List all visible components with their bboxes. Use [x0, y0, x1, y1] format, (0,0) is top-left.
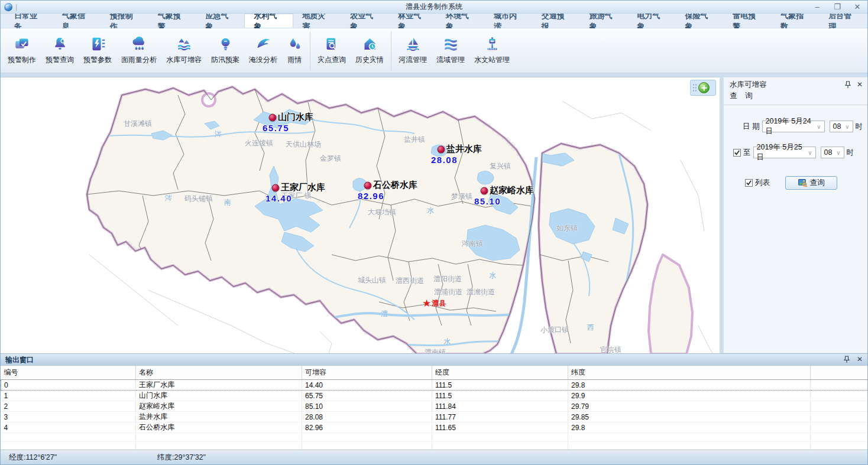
- output-table: 编号名称可增容经度纬度0王家厂水库14.40111.529.81山门水库65.7…: [1, 366, 867, 450]
- table-row[interactable]: 3盐井水库28.08111.7729.85: [1, 412, 868, 422]
- reservoir-dot-icon[interactable]: [364, 182, 372, 190]
- status-latitude: 纬度:29°37'32": [157, 453, 206, 463]
- toolbar-separator: [310, 31, 310, 70]
- toolbar-button-预警制作[interactable]: 预警制作: [3, 34, 41, 67]
- date-from-select[interactable]: 2019年 5月24日∨: [762, 121, 825, 132]
- output-window: 输出窗口 ✕ 编号名称可增容经度纬度0王家厂水库14.40111.529.81山…: [1, 353, 867, 450]
- column-header-纬度[interactable]: 纬度: [568, 366, 811, 380]
- menu-tab-12[interactable]: 交通预报: [533, 14, 581, 28]
- town-label: 盐井镇: [404, 135, 425, 145]
- hour-label: 时: [847, 148, 854, 158]
- menu-tab-1[interactable]: 日常业务: [5, 14, 53, 28]
- reservoir-name: 山门水库: [278, 112, 313, 123]
- reservoir-dot-icon[interactable]: [272, 184, 280, 192]
- menu-tab-16[interactable]: 雷电预警: [724, 14, 772, 28]
- output-table-container: 编号名称可增容经度纬度0王家厂水库14.40111.529.81山门水库65.7…: [1, 366, 867, 450]
- maximize-button[interactable]: ❐: [827, 1, 847, 13]
- toolbar-button-防汛预案[interactable]: 防汛预案: [206, 34, 244, 67]
- map-canvas[interactable]: 甘溪滩镇火连坡镇天供山林场金罗镇盐井镇复兴镇码头铺镇王家厂 镇梦溪镇大堰垱镇涔南…: [1, 77, 720, 353]
- river-label: 水: [443, 337, 451, 347]
- menu-tab-15[interactable]: 保险气象: [676, 14, 724, 28]
- status-bar: 经度:112°6'27" 纬度:29°37'32": [1, 450, 867, 464]
- toolbar-group-2: 灾点查询历史灾情: [313, 30, 388, 72]
- river-label: 水: [489, 271, 496, 281]
- reservoir-dot-icon[interactable]: [481, 187, 488, 195]
- minimize-button[interactable]: –: [807, 1, 827, 13]
- town-label: 大堰垱镇: [368, 207, 396, 217]
- menu-tab-8[interactable]: 农业气象: [341, 14, 389, 28]
- pin-icon[interactable]: [844, 356, 850, 365]
- reservoir-name: 王家厂水库: [281, 182, 325, 193]
- panel-subtitle: 查 询: [730, 91, 767, 101]
- close-button[interactable]: ✕: [847, 1, 867, 13]
- menu-tab-14[interactable]: 电力气象: [629, 14, 676, 28]
- chevron-down-icon: ∨: [806, 149, 814, 156]
- menu-tab-7[interactable]: 地质灾害: [293, 14, 341, 28]
- list-checkbox[interactable]: [745, 179, 753, 187]
- toolbar-button-预警参数[interactable]: 预警参数: [79, 34, 116, 67]
- menu-tab-10[interactable]: 环境气象: [437, 14, 485, 28]
- reservoir-dot-icon[interactable]: [269, 114, 277, 122]
- menu-tab-13[interactable]: 旅游气象: [581, 14, 629, 28]
- pin-icon[interactable]: [845, 81, 851, 90]
- toolbar-button-灾点查询[interactable]: 灾点查询: [313, 34, 351, 67]
- toolbar: 预警制作预警查询预警参数面雨量分析水库可增容防汛预案淹没分析雨情灾点查询历史灾情…: [1, 28, 867, 73]
- toolbar-button-流域管理[interactable]: 流域管理: [432, 34, 469, 67]
- menu-tab-4[interactable]: 气象预警: [149, 14, 197, 28]
- query-image-icon: [798, 178, 807, 187]
- toolbar-button-淹没分析[interactable]: 淹没分析: [244, 34, 282, 67]
- toolbar-group-1: 预警制作预警查询预警参数面雨量分析水库可增容防汛预案淹没分析雨情: [3, 30, 307, 72]
- town-label: 澧西街道: [396, 276, 424, 286]
- reservoir-dot-icon[interactable]: [438, 146, 445, 154]
- column-header-编号[interactable]: 编号: [1, 366, 136, 380]
- rainfall-analysis-icon: [131, 36, 147, 52]
- toolbar-button-面雨量分析[interactable]: 面雨量分析: [116, 34, 161, 67]
- menu-tab-9[interactable]: 林业气象: [389, 14, 437, 28]
- menu-tab-6[interactable]: 水利气象: [244, 14, 293, 28]
- column-header-名称[interactable]: 名称: [136, 366, 302, 380]
- river-label: 南: [224, 197, 231, 207]
- table-row[interactable]: 4石公桥水库82.96111.6529.8: [1, 422, 868, 433]
- table-row[interactable]: 2赵家峪水库85.10111.8429.79: [1, 401, 868, 412]
- menu-tab-11[interactable]: 城市内涝: [485, 14, 533, 28]
- rain-info-icon: [287, 36, 303, 52]
- toolbar-button-河流管理[interactable]: 河流管理: [394, 34, 432, 67]
- query-button[interactable]: 查询: [785, 176, 837, 190]
- window-title: 澧县业务制作系统: [1, 2, 867, 12]
- menu-tab-18[interactable]: 后台管理: [820, 14, 867, 28]
- column-header-可增容[interactable]: 可增容: [302, 366, 432, 380]
- drag-grip-icon[interactable]: [692, 83, 697, 92]
- toolbar-button-预警查询[interactable]: 预警查询: [41, 34, 79, 67]
- app-window: | 澧县业务制作系统 – ❐ ✕ 日常业务气象信息预报制作气象预警应急气象水利气…: [0, 0, 868, 465]
- hour-from-select[interactable]: 08∨: [830, 121, 853, 132]
- chevron-down-icon: ∨: [834, 149, 842, 156]
- table-row[interactable]: 1山门水库65.75111.529.9: [1, 391, 868, 401]
- panel-close-icon[interactable]: ✕: [857, 81, 863, 88]
- menu-tab-5[interactable]: 应急气象: [197, 14, 245, 28]
- chevron-down-icon: ∨: [843, 123, 851, 130]
- town-label: 澧南镇: [425, 347, 446, 354]
- zoom-add-button[interactable]: [698, 82, 710, 93]
- menu-tab-17[interactable]: 气象指数: [772, 14, 820, 28]
- river-label: 涔: [215, 129, 222, 139]
- reservoir-name: 盐井水库: [446, 144, 482, 155]
- town-label: 城头山镇: [358, 275, 386, 285]
- toolbar-button-历史灾情[interactable]: 历史灾情: [351, 34, 388, 67]
- hour-to-select[interactable]: 08∨: [821, 147, 844, 158]
- reservoir-value: 85.10: [474, 196, 501, 206]
- alert-params-icon: [90, 36, 106, 52]
- map-mini-toolbar: [690, 80, 716, 96]
- town-label: 复兴镇: [490, 161, 511, 171]
- toolbar-button-水文站管理[interactable]: 水文站管理: [469, 34, 514, 67]
- output-close-icon[interactable]: ✕: [857, 356, 863, 365]
- column-header-经度[interactable]: 经度: [432, 366, 568, 380]
- main-area: 甘溪滩镇火连坡镇天供山林场金罗镇盐井镇复兴镇码头铺镇王家厂 镇梦溪镇大堰垱镇涔南…: [1, 73, 867, 353]
- table-row[interactable]: 0王家厂水库14.40111.529.8: [1, 380, 868, 391]
- star-icon: ★: [422, 300, 431, 307]
- menu-tab-3[interactable]: 预报制作: [101, 14, 149, 28]
- menu-tab-2[interactable]: 气象信息: [53, 14, 101, 28]
- toolbar-button-雨情[interactable]: 雨情: [282, 34, 307, 67]
- to-date-checkbox[interactable]: [733, 149, 741, 157]
- date-to-select[interactable]: 2019年 5月25日∨: [753, 147, 816, 158]
- toolbar-button-水库可增容[interactable]: 水库可增容: [161, 34, 206, 67]
